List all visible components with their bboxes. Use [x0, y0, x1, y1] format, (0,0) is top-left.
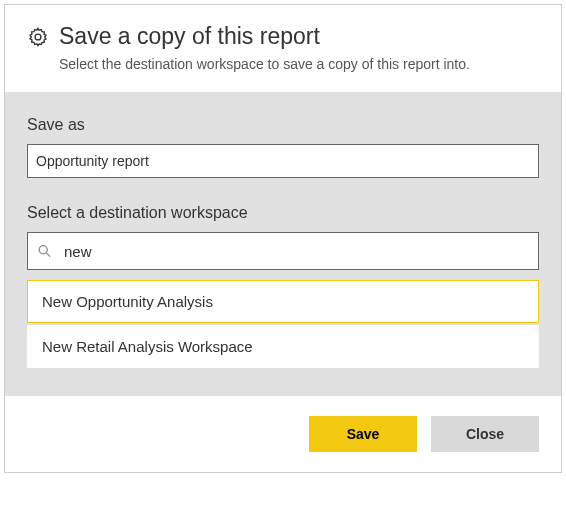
workspace-search-wrap: [27, 232, 539, 270]
workspace-section: Select a destination workspace New Oppor…: [27, 204, 539, 368]
workspace-list: New Opportunity Analysis New Retail Anal…: [27, 280, 539, 368]
workspace-item[interactable]: New Opportunity Analysis: [27, 280, 539, 323]
workspace-label: Select a destination workspace: [27, 204, 539, 222]
save-button[interactable]: Save: [309, 416, 417, 452]
svg-point-0: [35, 34, 41, 40]
close-button[interactable]: Close: [431, 416, 539, 452]
dialog-body: Save as Select a destination workspace N…: [5, 92, 561, 396]
title-row: Save a copy of this report: [27, 23, 539, 50]
dialog-subtitle: Select the destination workspace to save…: [59, 56, 539, 72]
workspace-item[interactable]: New Retail Analysis Workspace: [27, 325, 539, 368]
gear-icon: [27, 26, 49, 48]
workspace-search-input[interactable]: [27, 232, 539, 270]
save-as-label: Save as: [27, 116, 539, 134]
save-as-input[interactable]: [27, 144, 539, 178]
dialog-title: Save a copy of this report: [59, 23, 320, 50]
dialog-header: Save a copy of this report Select the de…: [5, 5, 561, 92]
save-copy-dialog: Save a copy of this report Select the de…: [4, 4, 562, 473]
dialog-footer: Save Close: [5, 396, 561, 472]
